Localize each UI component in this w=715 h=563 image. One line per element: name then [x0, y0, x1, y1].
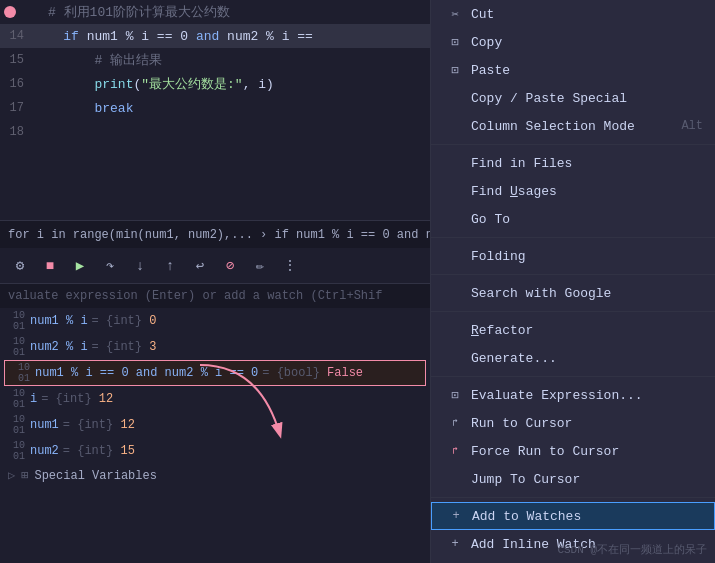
var-type-6: = {int} [63, 444, 113, 458]
separator-4 [431, 311, 715, 312]
toolbar-stop-btn[interactable]: ■ [38, 254, 62, 278]
paste-icon: ⊡ [447, 62, 463, 78]
var-row-1: 1001 num1 % i = {int} 0 [0, 308, 430, 334]
menu-run-to-cursor[interactable]: ↱ Run to Cursor [431, 409, 715, 437]
toolbar-edit-btn[interactable]: ✏ [248, 254, 272, 278]
var-name-2: num2 % i [30, 340, 88, 354]
add-inline-watch-icon: + [447, 536, 463, 552]
var-name-1: num1 % i [30, 314, 88, 328]
evaluate-hint: valuate expression (Enter) or add a watc… [8, 289, 382, 303]
cut-icon: ✂ [447, 6, 463, 22]
toolbar-resume-btn[interactable]: ▶ [68, 254, 92, 278]
code-text: # 利用101阶阶计算最大公约数 [48, 3, 230, 21]
menu-copy-paste-special[interactable]: Copy / Paste Special [431, 84, 715, 112]
column-selection-icon [447, 118, 463, 134]
watermark: CSDN @不在同一频道上的呆子 [549, 540, 715, 559]
menu-generate[interactable]: Generate... [431, 344, 715, 372]
menu-search-google[interactable]: Search with Google [431, 279, 715, 307]
toolbar-step-over-btn[interactable]: ↷ [98, 254, 122, 278]
evaluate-bar[interactable]: valuate expression (Enter) or add a watc… [0, 284, 430, 308]
line-number-18: 18 [4, 125, 32, 139]
var-row-6: 1001 num2 = {int} 15 [0, 438, 430, 464]
var-type-1: = {int} [92, 314, 142, 328]
toolbar-step-into-btn[interactable]: ↓ [128, 254, 152, 278]
copy-paste-special-icon [447, 90, 463, 106]
toolbar-evaluate-btn[interactable]: ⊘ [218, 254, 242, 278]
var-type-3: = {bool} [262, 366, 320, 380]
jump-to-cursor-icon [447, 471, 463, 487]
separator-3 [431, 274, 715, 275]
line-number-16: 16 [4, 77, 32, 91]
menu-generate-label: Generate... [471, 351, 557, 366]
var-type-4: = {int} [41, 392, 91, 406]
find-usages-icon [447, 183, 463, 199]
special-variables-row: ▷ ⊞ Special Variables [0, 464, 430, 487]
var-name-4: i [30, 392, 37, 406]
folding-icon [447, 248, 463, 264]
toolbar-more-btn[interactable]: ⋮ [278, 254, 302, 278]
separator-2 [431, 237, 715, 238]
menu-go-to-label: Go To [471, 212, 510, 227]
menu-refactor-label: Refactor [471, 323, 533, 338]
code-line-14: 14 if num1 % i == 0 and num2 % i == [0, 24, 430, 48]
var-value-3: False [320, 366, 363, 380]
find-in-files-icon [447, 155, 463, 171]
copy-icon: ⊡ [447, 34, 463, 50]
menu-copy-paste-special-label: Copy / Paste Special [471, 91, 627, 106]
menu-go-to[interactable]: Go To [431, 205, 715, 233]
generate-icon [447, 350, 463, 366]
menu-evaluate-expression[interactable]: ⊡ Evaluate Expression... [431, 381, 715, 409]
menu-find-in-files[interactable]: Find in Files [431, 149, 715, 177]
menu-folding-label: Folding [471, 249, 526, 264]
editor-panel: # 利用101阶阶计算最大公约数 14 if num1 % i == 0 and… [0, 0, 430, 220]
code-text-14: if num1 % i == 0 and num2 % i == [32, 29, 313, 44]
menu-force-run-to-cursor[interactable]: ↱ Force Run to Cursor [431, 437, 715, 465]
var-name-6: num2 [30, 444, 59, 458]
var-type-icon-6: 1001 [8, 440, 30, 462]
separator-6 [431, 497, 715, 498]
menu-jump-to-cursor-label: Jump To Cursor [471, 472, 580, 487]
var-type-icon-1: 1001 [8, 310, 30, 332]
force-run-to-cursor-icon: ↱ [447, 443, 463, 459]
context-menu: ✂ Cut ⊡ Copy ⊡ Paste Copy / Paste Specia… [430, 0, 715, 563]
var-type-2: = {int} [92, 340, 142, 354]
var-type-5: = {int} [63, 418, 113, 432]
var-type-icon-4: 1001 [8, 388, 30, 410]
line-number-14: 14 [4, 29, 32, 43]
menu-refactor[interactable]: Refactor [431, 316, 715, 344]
special-variables-label: Special Variables [34, 469, 156, 483]
menu-paste-label: Paste [471, 63, 510, 78]
menu-find-in-files-label: Find in Files [471, 156, 572, 171]
code-text-17: break [32, 101, 133, 116]
menu-cut[interactable]: ✂ Cut [431, 0, 715, 28]
debug-toolbar: ⚙ ■ ▶ ↷ ↓ ↑ ↩ ⊘ ✏ ⋮ [0, 248, 430, 284]
var-type-icon-3: 1001 [13, 362, 35, 384]
refactor-icon [447, 322, 463, 338]
menu-add-to-watches[interactable]: + Add to Watches [431, 502, 715, 530]
menu-paste[interactable]: ⊡ Paste [431, 56, 715, 84]
breadcrumb-text: for i in range(min(num1, num2),... › if … [8, 228, 430, 242]
var-type-icon-2: 1001 [8, 336, 30, 358]
menu-folding[interactable]: Folding [431, 242, 715, 270]
menu-run-to-cursor-label: Run to Cursor [471, 416, 572, 431]
var-row-4: 1001 i = {int} 12 [0, 386, 430, 412]
menu-cut-label: Cut [471, 7, 494, 22]
code-line-16: 16 print("最大公约数是:", i) [0, 72, 430, 96]
var-name-5: num1 [30, 418, 59, 432]
toolbar-settings-btn[interactable]: ⚙ [8, 254, 32, 278]
var-type-icon-5: 1001 [8, 414, 30, 436]
separator-1 [431, 144, 715, 145]
menu-jump-to-cursor[interactable]: Jump To Cursor [431, 465, 715, 493]
toolbar-step-out-btn[interactable]: ↑ [158, 254, 182, 278]
var-row-5: 1001 num1 = {int} 12 [0, 412, 430, 438]
line-number-15: 15 [4, 53, 32, 67]
menu-copy[interactable]: ⊡ Copy [431, 28, 715, 56]
menu-find-usages[interactable]: Find Usages [431, 177, 715, 205]
toolbar-run-cursor-btn[interactable]: ↩ [188, 254, 212, 278]
menu-column-selection[interactable]: Column Selection Mode Alt [431, 112, 715, 140]
menu-add-to-watches-label: Add to Watches [472, 509, 581, 524]
separator-5 [431, 376, 715, 377]
search-google-icon [447, 285, 463, 301]
menu-evaluate-expression-label: Evaluate Expression... [471, 388, 643, 403]
run-to-cursor-icon: ↱ [447, 415, 463, 431]
